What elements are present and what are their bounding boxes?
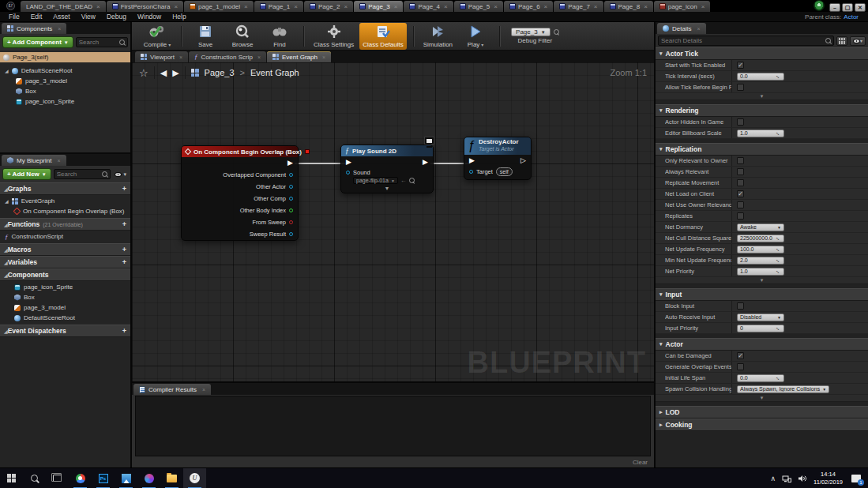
details-section-rendering[interactable]: ▾Rendering: [656, 104, 868, 117]
number-field-min-net-update-frequency[interactable]: 2.0↔: [737, 257, 784, 265]
taskbar-search-button[interactable]: [23, 468, 46, 488]
select-spawn-collision-handling-me[interactable]: Always Spawn, Ignore Collisions▼: [737, 385, 829, 393]
close-tab-icon[interactable]: ×: [179, 54, 182, 60]
data-pin[interactable]: [289, 173, 293, 177]
add-icon[interactable]: +: [122, 258, 126, 266]
doc-tab-construction-scrip[interactable]: ƒConstruction Scrip×: [189, 51, 266, 62]
speaker-icon[interactable]: [798, 475, 807, 482]
exec-out-pin[interactable]: ▷: [520, 157, 526, 164]
forward-arrow-icon[interactable]: ▶: [172, 68, 178, 78]
close-tab-icon[interactable]: ×: [701, 3, 705, 10]
details-section-cooking[interactable]: ▸Cooking: [656, 419, 868, 431]
close-tab-icon[interactable]: ×: [257, 54, 261, 60]
details-section-replication[interactable]: ▾Replication: [656, 143, 868, 156]
component-row-box[interactable]: Box: [0, 86, 130, 96]
visibility-filter-button[interactable]: ▾: [113, 171, 128, 178]
exec-in-pin[interactable]: ▶: [346, 159, 351, 166]
asset-tab-page-2[interactable]: Page_2×: [304, 1, 353, 12]
compiler-results-tab[interactable]: Compiler Results ×: [133, 384, 211, 395]
expander-icon[interactable]: ◢: [5, 198, 9, 204]
clock[interactable]: 14:14 11/02/2019: [814, 471, 843, 486]
blueprint-item-page-icon-sprite[interactable]: page_icon_Sprite: [0, 282, 130, 292]
checkbox-net-load-on-client[interactable]: [737, 190, 744, 197]
data-pin[interactable]: [289, 208, 293, 212]
monitor-icon[interactable]: [423, 137, 436, 148]
parent-class-value[interactable]: Actor: [844, 13, 859, 21]
components-search-input[interactable]: [79, 39, 119, 46]
breadcrumb-root[interactable]: Page_3: [205, 68, 235, 77]
checkbox-replicate-movement[interactable]: [737, 179, 744, 186]
number-field-input-priority[interactable]: 0↔: [737, 325, 784, 332]
close-icon[interactable]: ×: [57, 158, 60, 163]
checkbox-block-input[interactable]: [737, 302, 744, 310]
details-section-input[interactable]: ▾Input: [656, 288, 868, 301]
doc-tab-event-graph[interactable]: Event Graph×: [267, 51, 331, 62]
my-blueprint-panel-tab[interactable]: My Blueprint ×: [2, 155, 66, 166]
toolbar-save-button[interactable]: Save: [188, 23, 223, 50]
asset-tab-page-1-model[interactable]: page_1_model×: [184, 1, 254, 12]
number-field-initial-life-span[interactable]: 0.0↔: [737, 374, 784, 382]
close-tab-icon[interactable]: ×: [494, 3, 498, 10]
blueprint-section-event-dispatchers[interactable]: ◢Event Dispatchers+: [0, 325, 130, 337]
checkbox-generate-overlap-events-dur[interactable]: [737, 363, 744, 370]
target-self-chip[interactable]: self: [496, 167, 513, 176]
close-tab-icon[interactable]: ×: [294, 3, 298, 10]
taskbar-photos[interactable]: [115, 468, 137, 488]
close-tab-icon[interactable]: ×: [594, 3, 598, 10]
blueprint-item-box[interactable]: Box: [0, 292, 130, 302]
maximize-button[interactable]: ▢: [842, 3, 853, 12]
close-tab-icon[interactable]: ×: [644, 3, 648, 10]
collapse-node-arrow[interactable]: ▼: [341, 186, 433, 193]
asset-tab-page-5[interactable]: Page_5×: [454, 1, 503, 12]
add-icon[interactable]: +: [122, 185, 126, 193]
toolbar-find-button[interactable]: Find: [262, 23, 297, 50]
taskbar-paint3d[interactable]: [137, 468, 160, 488]
launcher-badge-icon[interactable]: [813, 0, 827, 12]
taskbar-file-explorer[interactable]: [160, 468, 183, 488]
add-icon[interactable]: +: [122, 327, 126, 335]
exec-out-pin[interactable]: ▶: [287, 160, 293, 167]
close-tab-icon[interactable]: ×: [544, 3, 548, 10]
add-icon[interactable]: +: [122, 220, 126, 228]
node-destroy-actor[interactable]: ƒ DestroyActor Target is Actor ▶ ▷ Targe…: [464, 137, 532, 180]
tray-expand-icon[interactable]: ∧: [770, 475, 776, 482]
number-field-net-update-frequency[interactable]: 100.0↔: [737, 246, 784, 253]
blueprint-section-graphs[interactable]: ◢Graphs+: [0, 182, 130, 195]
show-advanced-button[interactable]: ▾: [656, 93, 868, 100]
checkbox-actor-hidden-in-game[interactable]: [737, 118, 744, 126]
close-icon[interactable]: ×: [697, 26, 700, 32]
asset-tab-page-7[interactable]: Page_7×: [554, 1, 603, 12]
menu-help[interactable]: Help: [167, 13, 191, 21]
close-button[interactable]: ✕: [855, 3, 866, 12]
my-blueprint-search-input[interactable]: [57, 171, 103, 178]
close-tab-icon[interactable]: ×: [444, 3, 448, 10]
blueprint-item-page-3-model[interactable]: page_3_model: [0, 302, 130, 313]
show-advanced-button[interactable]: ▾: [656, 277, 868, 284]
asset-tab-page-4[interactable]: Page_4×: [404, 1, 453, 12]
checkbox-can-be-damaged[interactable]: [737, 352, 744, 359]
blueprint-item-defaultsceneroot[interactable]: DefaultSceneRoot: [0, 313, 130, 323]
doc-tab-viewport[interactable]: Viewport×: [135, 51, 188, 62]
close-tab-icon[interactable]: ×: [174, 3, 178, 10]
number-field-tick-interval-secs[interactable]: 0.0↔: [737, 73, 784, 81]
delegate-pin[interactable]: [305, 149, 310, 154]
details-search-input[interactable]: [661, 37, 825, 44]
target-pin[interactable]: [469, 170, 473, 174]
taskbar-photoshop[interactable]: Ps: [92, 468, 115, 488]
property-matrix-button[interactable]: [836, 36, 847, 46]
component-row-page-3-model[interactable]: page_3_model: [0, 76, 130, 86]
exec-in-pin[interactable]: ▶: [469, 157, 475, 164]
checkbox-start-with-tick-enabled[interactable]: [737, 62, 744, 69]
blueprint-section-functions[interactable]: ◢Functions(21 Overridable)+: [0, 218, 130, 231]
details-section-actor[interactable]: ▾Actor: [656, 338, 868, 351]
component-row-page-icon-sprite[interactable]: page_icon_Sprite: [0, 96, 130, 107]
event-graph-canvas[interactable]: ☆ ◀ ▶ Page_3 > Event Graph Zoom 1:1: [132, 62, 654, 381]
taskbar-chrome[interactable]: [69, 468, 92, 488]
checkbox-allow-tick-before-begin-play[interactable]: [737, 84, 744, 91]
start-button[interactable]: [0, 468, 23, 488]
select-net-dormancy[interactable]: Awake▼: [737, 223, 784, 231]
node-on-component-begin-overlap[interactable]: On Component Begin Overlap (Box) ▶ Overl…: [181, 145, 299, 241]
asset-tab-page-8[interactable]: Page_8×: [604, 1, 653, 12]
blueprint-section-variables[interactable]: ◢Variables+: [0, 256, 130, 268]
close-tab-icon[interactable]: ×: [344, 3, 348, 10]
